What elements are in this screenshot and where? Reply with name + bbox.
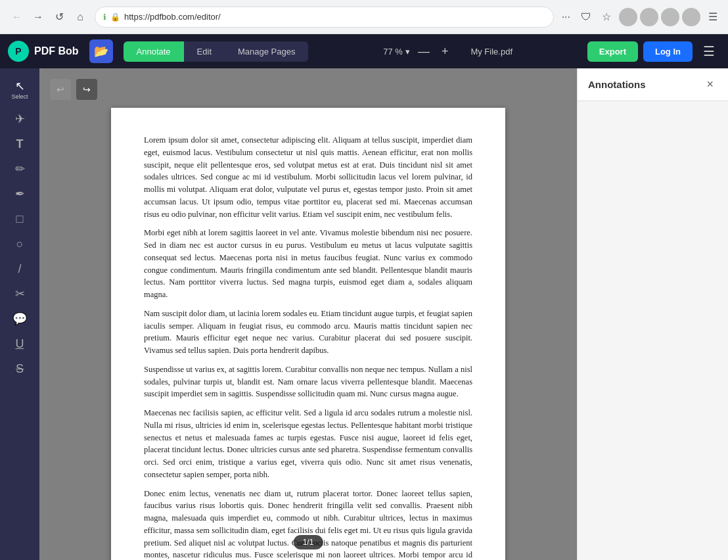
sidebar-item-rectangle[interactable]: □ [0, 209, 39, 229]
star-button[interactable]: ☆ [599, 8, 614, 26]
rectangle-icon: □ [16, 213, 24, 225]
strikethrough-icon: S [16, 363, 24, 375]
file-name: My File.pdf [470, 47, 512, 57]
annotations-header: Annotations × [578, 68, 728, 101]
annotations-body [578, 101, 728, 560]
paragraph-2: Morbi eget nibh at lorem sagittis laoree… [144, 227, 472, 301]
annotations-title: Annotations [588, 79, 646, 90]
forward-button[interactable]: → [29, 8, 47, 26]
line-icon: / [18, 263, 21, 275]
tab-edit[interactable]: Edit [184, 41, 225, 62]
lock-icon: 🔒 [110, 12, 120, 22]
pdf-content: Lorem ipsum dolor sit amet, consectetur … [144, 134, 472, 560]
app-logo: P PDF Bob [8, 41, 79, 62]
pen-icon: ✏ [15, 163, 25, 175]
browser-chrome: ← → ↺ ⌂ ℹ 🔒 https://pdfbob.com/editor/ ·… [0, 0, 728, 34]
app-name: PDF Bob [34, 45, 79, 57]
annotations-close-button[interactable]: × [702, 76, 717, 93]
profile-circle-1 [619, 8, 637, 26]
profile-circle-3 [661, 8, 679, 26]
app-toolbar: P PDF Bob 📂 Annotate Edit Manage Pages 7… [0, 34, 728, 68]
open-file-button[interactable]: 📂 [89, 39, 113, 63]
zoom-value[interactable]: 77 % ▾ [383, 47, 410, 57]
paragraph-3: Nam suscipit dolor diam, ut lacinia lore… [144, 308, 472, 357]
app-container: P PDF Bob 📂 Annotate Edit Manage Pages 7… [0, 34, 728, 560]
scissors-icon: ✂ [15, 288, 25, 300]
zoom-chevron-icon: ▾ [405, 47, 410, 57]
address-bar[interactable]: ℹ 🔒 https://pdfbob.com/editor/ [95, 7, 554, 28]
sidebar-item-underline[interactable]: U [0, 334, 39, 354]
hamburger-menu-button[interactable]: ☰ [698, 41, 720, 62]
draw-icon: ✒ [15, 188, 25, 200]
tab-group: Annotate Edit Manage Pages [124, 41, 309, 62]
annotations-panel: Annotations × [577, 68, 728, 560]
zoom-out-button[interactable]: — [414, 43, 434, 60]
profile-circles [619, 8, 700, 26]
zoom-controls: 77 % ▾ — + [383, 43, 452, 60]
tab-manage-pages[interactable]: Manage Pages [225, 41, 308, 62]
browser-menu-button[interactable]: ☰ [706, 8, 720, 26]
pdf-page: Lorem ipsum dolor sit amet, consectetur … [111, 108, 505, 560]
browser-actions: ··· 🛡 ☆ [559, 8, 614, 26]
pdf-toolbar: ↩ ↪ [50, 79, 97, 100]
tab-annotate[interactable]: Annotate [124, 41, 184, 62]
back-button[interactable]: ← [8, 8, 26, 26]
shield-button[interactable]: 🛡 [578, 9, 594, 26]
zoom-in-button[interactable]: + [438, 43, 453, 60]
sidebar-item-arrow[interactable]: ✈ [0, 109, 39, 129]
sidebar-item-ellipse[interactable]: ○ [0, 234, 39, 254]
underline-icon: U [16, 338, 24, 350]
ellipse-icon: ○ [16, 238, 24, 250]
main-area: ↖ Select ✈ T ✏ ✒ □ ○ / [0, 68, 728, 560]
profile-circle-4 [682, 8, 700, 26]
more-button[interactable]: ··· [559, 9, 573, 26]
profile-circle-2 [640, 8, 658, 26]
sidebar-item-strikethrough[interactable]: S [0, 359, 39, 379]
login-button[interactable]: Log In [643, 41, 693, 62]
sidebar-item-scissors[interactable]: ✂ [0, 284, 39, 304]
sidebar-item-draw[interactable]: ✒ [0, 184, 39, 204]
arrow-icon: ✈ [15, 113, 25, 125]
sidebar-item-line[interactable]: / [0, 259, 39, 279]
sidebar-item-pen[interactable]: ✏ [0, 159, 39, 179]
url-text: https://pdfbob.com/editor/ [124, 12, 545, 22]
export-button[interactable]: Export [587, 41, 638, 62]
zoom-percent-value: 77 % [383, 47, 403, 57]
home-button[interactable]: ⌂ [71, 8, 89, 26]
paragraph-1: Lorem ipsum dolor sit amet, consectetur … [144, 134, 472, 220]
comment-icon: 💬 [12, 313, 27, 325]
nav-buttons: ← → ↺ ⌂ [8, 8, 89, 26]
reload-button[interactable]: ↺ [50, 8, 68, 26]
sidebar-item-select[interactable]: ↖ Select [0, 76, 39, 104]
paragraph-4: Suspendisse ut varius ex, at sagittis lo… [144, 363, 472, 400]
sidebar-item-comment[interactable]: 💬 [0, 309, 39, 329]
redo-button[interactable]: ↪ [76, 79, 97, 100]
info-icon: ℹ [103, 12, 106, 22]
page-indicator: 1/1 [294, 535, 323, 549]
logo-icon: P [8, 41, 29, 62]
paragraph-5: Maecenas nec facilisis sapien, ac effici… [144, 407, 472, 481]
sidebar-item-text[interactable]: T [0, 134, 39, 154]
text-icon: T [16, 138, 24, 150]
select-label: Select [11, 93, 28, 100]
left-sidebar: ↖ Select ✈ T ✏ ✒ □ ○ / [0, 68, 39, 560]
select-icon: ↖ [15, 80, 25, 92]
undo-button[interactable]: ↩ [50, 79, 71, 100]
pdf-area: ↩ ↪ Lorem ipsum dolor sit amet, consecte… [39, 68, 577, 560]
